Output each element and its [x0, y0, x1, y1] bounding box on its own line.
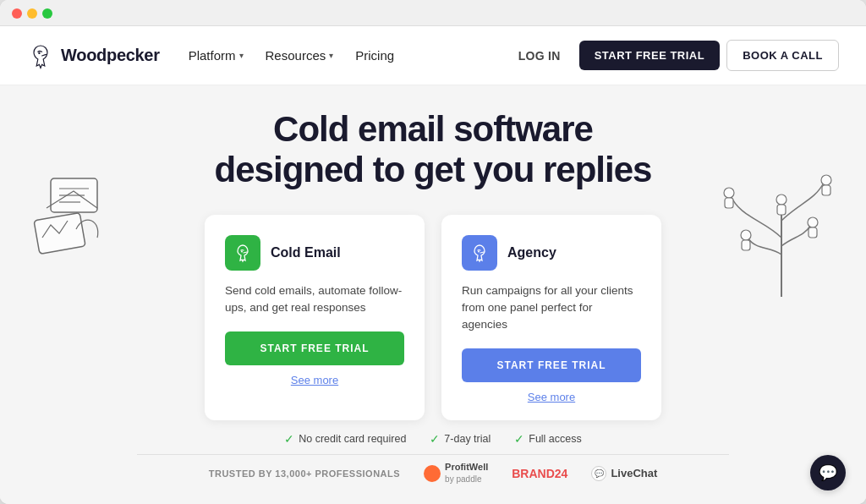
badge-full-access: ✓ Full access — [514, 432, 582, 446]
browser-window: Woodpecker Platform ▾ Resources ▾ Pricin… — [0, 0, 866, 504]
livechat-brand: 💬 LiveChat — [591, 466, 657, 481]
nav-links: Platform ▾ Resources ▾ Pricing — [180, 43, 403, 68]
nav-link-platform[interactable]: Platform ▾ — [180, 43, 252, 68]
svg-point-8 — [821, 175, 831, 185]
nav-left: Woodpecker Platform ▾ Resources ▾ Pricin… — [27, 42, 403, 69]
agency-see-more-link[interactable]: See more — [462, 391, 641, 403]
check-icon: ✓ — [284, 432, 294, 446]
svg-rect-13 — [808, 227, 817, 238]
trusted-row: TRUSTED BY 13,000+ PROFESSIONALS ProfitW… — [137, 454, 729, 484]
nav-right: LOG IN START FREE TRIAL BOOK A CALL — [507, 40, 839, 71]
browser-chrome — [0, 0, 866, 26]
nav-link-resources[interactable]: Resources ▾ — [257, 43, 343, 68]
livechat-icon: 💬 — [591, 466, 606, 481]
platform-label: Platform — [189, 48, 236, 63]
agency-card-header: Agency — [462, 235, 641, 271]
cold-email-start-trial-button[interactable]: START FREE TRIAL — [225, 331, 404, 365]
hero-title: Cold email software designed to get you … — [215, 109, 652, 191]
logo-area[interactable]: Woodpecker — [27, 42, 160, 69]
check-icon-2: ✓ — [430, 432, 440, 446]
dot-green[interactable] — [42, 8, 52, 19]
deco-left-illustration — [25, 162, 135, 271]
svg-rect-15 — [777, 205, 786, 215]
cold-email-card-desc: Send cold emails, automate follow-ups, a… — [225, 282, 404, 317]
cold-email-see-more-link[interactable]: See more — [225, 374, 404, 386]
brand24-brand: BRAND24 — [512, 467, 567, 480]
page-content: Woodpecker Platform ▾ Resources ▾ Pricin… — [0, 26, 866, 504]
platform-chevron-icon: ▾ — [239, 51, 244, 60]
svg-point-10 — [741, 230, 751, 240]
resources-label: Resources — [266, 48, 326, 63]
cold-email-card-header: Cold Email — [225, 235, 404, 271]
agency-card-title: Agency — [507, 245, 556, 260]
badge-7-day-trial-text: 7-day trial — [444, 433, 491, 445]
agency-start-trial-button[interactable]: START FREE TRIAL — [462, 348, 641, 382]
nav-link-pricing[interactable]: Pricing — [347, 43, 403, 68]
start-free-trial-nav-button[interactable]: START FREE TRIAL — [579, 41, 721, 70]
svg-rect-7 — [725, 198, 733, 208]
svg-point-16 — [241, 250, 243, 252]
svg-point-6 — [724, 188, 734, 198]
livechat-text: LiveChat — [611, 467, 657, 479]
navbar: Woodpecker Platform ▾ Resources ▾ Pricin… — [0, 26, 866, 85]
check-icon-3: ✓ — [514, 432, 524, 446]
badge-no-credit-card-text: No credit card required — [299, 433, 406, 445]
dot-red[interactable] — [12, 8, 22, 19]
profitwell-icon — [424, 465, 441, 482]
svg-point-0 — [38, 52, 40, 53]
cold-email-card: Cold Email Send cold emails, automate fo… — [205, 215, 425, 421]
resources-chevron-icon: ▾ — [329, 51, 333, 60]
hero-section: Cold email software designed to get you … — [0, 85, 866, 504]
agency-card: Agency Run campaigns for all your client… — [441, 215, 661, 421]
logo-icon — [27, 42, 54, 69]
profitwell-brand: ProfitWellby paddle — [424, 462, 488, 484]
badge-7-day-trial: ✓ 7-day trial — [430, 432, 491, 446]
brand24-text: BRAND24 — [512, 467, 567, 480]
svg-point-17 — [478, 250, 480, 252]
cold-email-card-title: Cold Email — [271, 245, 341, 260]
svg-rect-11 — [742, 240, 750, 250]
cold-email-icon — [225, 235, 260, 271]
deco-right-illustration — [714, 136, 849, 305]
svg-point-12 — [808, 217, 818, 227]
chat-icon: 💬 — [819, 463, 837, 482]
login-button[interactable]: LOG IN — [507, 42, 573, 69]
book-call-button[interactable]: BOOK A CALL — [726, 40, 839, 71]
agency-icon — [462, 235, 497, 271]
cards-area: Cold Email Send cold emails, automate fo… — [205, 215, 661, 421]
chat-bubble-button[interactable]: 💬 — [810, 455, 846, 490]
badge-full-access-text: Full access — [529, 433, 582, 445]
logo-text: Woodpecker — [61, 46, 160, 65]
dot-yellow[interactable] — [27, 8, 37, 19]
svg-point-14 — [776, 194, 787, 205]
profitwell-text: ProfitWellby paddle — [445, 462, 488, 484]
badge-no-credit-card: ✓ No credit card required — [284, 432, 406, 446]
trusted-label: TRUSTED BY 13,000+ PROFESSIONALS — [209, 468, 400, 479]
agency-card-desc: Run campaigns for all your clients from … — [462, 282, 641, 334]
pricing-label: Pricing — [355, 48, 394, 63]
badges-row: ✓ No credit card required ✓ 7-day trial … — [284, 432, 582, 446]
svg-rect-9 — [822, 185, 830, 195]
